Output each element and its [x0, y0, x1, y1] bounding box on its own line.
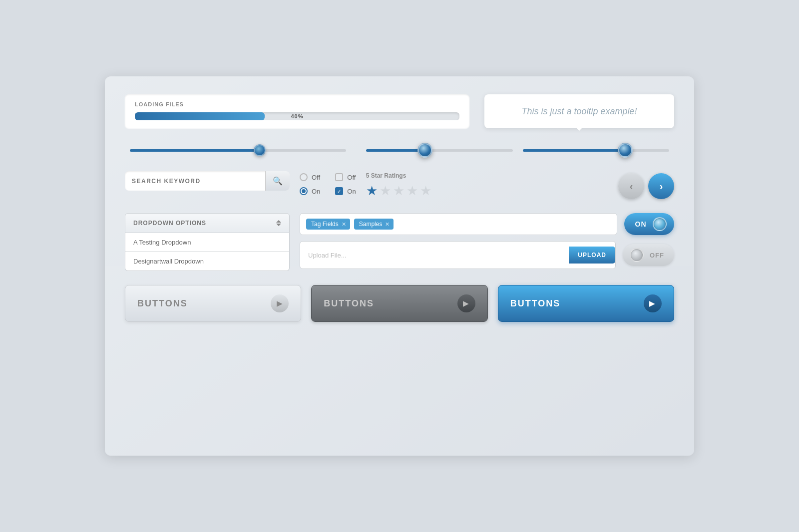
button-dark-label: BUTTONS	[324, 298, 374, 309]
upload-input-box[interactable]: Upload File... UPLOAD	[300, 241, 616, 269]
radio-group: Off On	[300, 173, 320, 195]
search-button[interactable]: 🔍	[265, 171, 290, 191]
tag-1-label: Tag Fields	[311, 221, 339, 228]
dropdown-arrow-icon	[276, 220, 281, 226]
slider-double	[366, 144, 669, 156]
checkbox-on-label: On	[347, 188, 356, 195]
radio-off-item: Off	[300, 173, 320, 181]
stars-row: ★ ★ ★ ★ ★	[366, 183, 608, 199]
checkbox-off[interactable]	[335, 173, 343, 181]
button-light-play-icon: ▶	[271, 294, 289, 312]
toggle-on-label: ON	[635, 220, 647, 228]
tag-1[interactable]: Tag Fields ✕	[306, 219, 350, 230]
button-blue[interactable]: BUTTONS ▶	[498, 285, 674, 322]
radio-checkbox-group: Off On Off ✓ On	[300, 171, 356, 195]
tag-input-box[interactable]: Tag Fields ✕ Samples ✕	[300, 213, 617, 235]
radio-on[interactable]	[300, 187, 308, 195]
dropdown-item-1[interactable]: A Testing Dropdown	[125, 233, 290, 252]
slider-single	[130, 144, 346, 156]
tooltip-box: This is just a tooltip example!	[484, 94, 674, 128]
progress-percent: 40%	[135, 112, 459, 120]
tag-2[interactable]: Samples ✕	[354, 219, 394, 230]
star-5[interactable]: ★	[420, 183, 431, 199]
slider-1-track	[130, 149, 346, 152]
checkbox-off-label: Off	[347, 174, 356, 181]
button-dark-play-icon: ▶	[457, 294, 475, 312]
upload-placeholder: Upload File...	[308, 252, 569, 259]
upload-button[interactable]: UPLOAD	[569, 247, 615, 264]
row-buttons: BUTTONS ▶ BUTTONS ▶ BUTTONS ▶	[125, 285, 674, 322]
toggle-on[interactable]: ON	[624, 213, 674, 235]
button-dark[interactable]: BUTTONS ▶	[311, 285, 487, 322]
nav-prev-button[interactable]: ‹	[618, 173, 644, 199]
main-panel: LOADING FILES 40% This is just a tooltip…	[105, 76, 694, 456]
stars-section: 5 Star Ratings ★ ★ ★ ★ ★	[366, 171, 608, 199]
tag-2-remove[interactable]: ✕	[385, 221, 390, 228]
search-input[interactable]	[125, 172, 265, 191]
checkbox-on[interactable]: ✓	[335, 187, 343, 195]
dropdown-header-label: DROPDOWN OPTIONS	[133, 220, 206, 227]
button-light-label: BUTTONS	[137, 298, 188, 309]
checkbox-on-item: ✓ On	[335, 187, 356, 195]
tag-1-remove[interactable]: ✕	[342, 221, 346, 228]
slider-2-thumb[interactable]	[417, 143, 432, 158]
slider-1-wrap[interactable]	[130, 144, 346, 156]
tag-2-label: Samples	[359, 221, 383, 228]
dropdown-section: DROPDOWN OPTIONS A Testing Dropdown Desi…	[125, 213, 290, 271]
nav-buttons: ‹ ›	[618, 171, 674, 199]
search-box: 🔍	[125, 171, 290, 191]
toggle-off-circle	[630, 248, 644, 262]
star-3[interactable]: ★	[393, 183, 404, 199]
row-controls: 🔍 Off On Off ✓	[125, 171, 674, 199]
star-2[interactable]: ★	[380, 183, 391, 199]
toggle-off[interactable]: OFF	[623, 244, 674, 266]
tag-toggle-section: Tag Fields ✕ Samples ✕ ON Upload File...	[300, 213, 674, 269]
slider-3-wrap[interactable]	[523, 144, 669, 156]
star-4[interactable]: ★	[406, 183, 418, 199]
checkbox-group: Off ✓ On	[335, 173, 356, 195]
radio-off[interactable]	[300, 173, 308, 181]
row-sliders	[125, 144, 674, 156]
button-blue-label: BUTTONS	[510, 298, 561, 309]
progress-section: LOADING FILES 40%	[125, 94, 469, 128]
upload-row: Upload File... UPLOAD OFF	[300, 241, 674, 269]
tooltip-text: This is just a tooltip example!	[521, 106, 637, 117]
slider-2-wrap[interactable]	[366, 144, 512, 156]
button-light[interactable]: BUTTONS ▶	[125, 285, 301, 322]
slider-3-thumb[interactable]	[618, 143, 633, 158]
stars-label: 5 Star Ratings	[366, 172, 608, 179]
toggle-on-circle	[653, 217, 667, 231]
radio-on-item: On	[300, 187, 320, 195]
slider-2-track	[366, 149, 512, 152]
dropdown-item-2[interactable]: Designartwall Dropdown	[125, 252, 290, 271]
progress-label: LOADING FILES	[135, 101, 459, 107]
slider-3-track	[523, 149, 669, 152]
star-1[interactable]: ★	[366, 183, 378, 199]
row-dropdown-tags: DROPDOWN OPTIONS A Testing Dropdown Desi…	[125, 213, 674, 271]
row-progress-tooltip: LOADING FILES 40% This is just a tooltip…	[125, 94, 674, 128]
radio-off-label: Off	[312, 174, 320, 181]
slider-1-thumb[interactable]	[254, 144, 266, 156]
checkbox-off-item: Off	[335, 173, 356, 181]
dropdown-header[interactable]: DROPDOWN OPTIONS	[125, 213, 290, 233]
button-blue-play-icon: ▶	[644, 294, 662, 312]
toggle-off-label: OFF	[650, 252, 664, 259]
radio-on-label: On	[312, 188, 320, 195]
progress-bar-wrap: 40%	[135, 112, 459, 120]
tag-input-row: Tag Fields ✕ Samples ✕ ON	[300, 213, 674, 235]
nav-next-button[interactable]: ›	[648, 173, 674, 199]
